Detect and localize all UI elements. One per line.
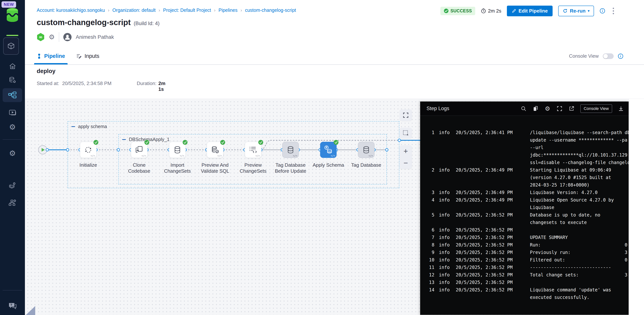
header-actions: SUCCESS 2m 2s Edit Pipeline Re-run ▾ [440, 5, 616, 16]
sidebar-item-default-settings[interactable] [0, 179, 25, 192]
zoom-out-button[interactable]: − [400, 157, 412, 169]
log-row: 5info20/5/2025, 2:36:52 PMDatabase is up… [420, 211, 629, 219]
graph-node-label: Tag DatabaseBefore Update [270, 162, 311, 174]
code-badge-icon: </> [91, 154, 95, 157]
info-icon[interactable] [600, 8, 605, 14]
more-options-button[interactable] [611, 7, 616, 15]
stage-summary: deploy Started at: 20/5/2025, 2:34:58 PM… [25, 65, 644, 99]
harness-dbops-logo[interactable] [6, 8, 18, 24]
success-check-icon [220, 140, 225, 145]
elapsed-time: 2m 2s [481, 8, 501, 14]
author-row: ∞ ⚙ Animesh Pathak [37, 32, 114, 42]
log-row: 12info20/5/2025, 2:36:52 PMTotal change … [420, 271, 629, 279]
console-view-cluster: Console View [569, 48, 624, 64]
duration-value: 2m 1s [158, 80, 166, 92]
canvas-zoom-controls: + − [400, 145, 412, 169]
graph-node-label: Tag Database [346, 162, 387, 168]
build-id: (Build Id: 4) [134, 20, 160, 26]
log-row: update --username ************* --pa [420, 136, 629, 144]
sidebar-item-account-resources[interactable] [0, 196, 25, 210]
log-row: changesets to execute [420, 219, 629, 226]
log-row: 3info20/5/2025, 2:36:49 PMLiquibase Vers… [420, 189, 629, 196]
breadcrumb-item[interactable]: Account: kurosakiichigo.songoku [37, 8, 105, 13]
success-check-icon [144, 140, 149, 145]
main-content: Account: kurosakiichigo.songoku›Organiza… [25, 0, 644, 315]
log-row: 6info20/5/2025, 2:36:52 PM [420, 226, 629, 234]
avatar [63, 33, 72, 41]
stage-name: deploy [37, 68, 56, 74]
log-row: 4info20/5/2025, 2:36:49 PMLiquibase Open… [420, 196, 629, 204]
breadcrumb-item[interactable]: Project: Default Project [163, 8, 211, 13]
sidebar-item-executions[interactable] [0, 106, 25, 120]
pipeline-graph-canvas[interactable]: apply schema DBSchemaApply_1 [25, 99, 644, 315]
success-check-icon [183, 140, 188, 145]
console-view-label: Console View [569, 53, 599, 59]
log-row: 8info20/5/2025, 2:36:52 PMRun: 0 [420, 241, 629, 249]
zoom-in-button[interactable]: + [400, 145, 412, 157]
tab-inputs[interactable]: Inputs [76, 48, 99, 64]
step-logs-panel: Step Logs ⚙ [420, 102, 629, 315]
graph-node-apply-schema[interactable]: </> [320, 142, 336, 158]
breadcrumb-separator: › [159, 8, 160, 13]
sidebar-item-databases[interactable] [0, 74, 25, 87]
pipeline-settings-gear-icon[interactable]: ⚙ [49, 34, 55, 40]
breadcrumb-item[interactable]: custom-changelog-script [245, 8, 296, 13]
page-title-row: custom-changelog-script (Build Id: 4) [37, 18, 160, 27]
chevron-down-icon: ▾ [588, 9, 590, 13]
sidebar-item-pipelines[interactable] [2, 88, 22, 102]
log-fullscreen-button[interactable] [556, 106, 563, 112]
tab-pipeline[interactable]: Pipeline [37, 48, 65, 64]
rerun-icon [563, 8, 568, 13]
page-title: custom-changelog-script [37, 18, 131, 27]
module-selector-button[interactable] [3, 38, 19, 55]
log-open-in-new-button[interactable] [568, 106, 575, 112]
log-row: executed successfully. [420, 294, 629, 301]
graph-node-label: PreviewChangeSets [232, 162, 274, 174]
help-button[interactable]: ? [0, 299, 25, 313]
log-copy-button[interactable] [532, 106, 539, 112]
log-row: 10info20/5/2025, 2:36:52 PMFiltered out:… [420, 256, 629, 264]
marquee-select-icon [403, 130, 409, 136]
console-view-toggle[interactable] [603, 53, 614, 59]
graph-node-tag-database[interactable]: </> [358, 142, 374, 158]
graph-node-import-changesets[interactable]: </> [169, 142, 186, 158]
graph-node-tag-database-before-update[interactable]: </> [282, 142, 299, 158]
external-link-icon [569, 106, 574, 112]
edit-pipeline-button[interactable]: Edit Pipeline [507, 6, 552, 16]
rerun-button[interactable]: Re-run ▾ [558, 6, 594, 16]
info-icon[interactable] [618, 53, 624, 59]
graph-node-initialize[interactable]: </> [80, 142, 96, 158]
log-row: 2024-03-25 17:08+0000) [420, 181, 629, 189]
canvas-select-button[interactable] [400, 128, 412, 138]
log-row: 13info20/5/2025, 2:36:52 PM [420, 279, 629, 286]
success-check-icon [258, 140, 263, 145]
status-badge: SUCCESS [440, 7, 476, 15]
step-logs-body[interactable]: 1info20/5/2025, 2:36:41 PM/liquibase/liq… [420, 116, 629, 315]
started-value: 20/5/2025, 2:34:58 PM [62, 80, 112, 86]
sidebar-item-project-settings[interactable]: ⚙ [0, 146, 25, 160]
fullscreen-icon [403, 112, 409, 118]
database-gear-icon [8, 76, 17, 85]
sidebar-item-settings[interactable]: ⚙ [0, 120, 25, 134]
graph-node-preview-changesets[interactable]: </> [245, 142, 261, 158]
clock-icon [481, 8, 486, 14]
new-badge: NEW [2, 1, 16, 8]
canvas-fullscreen-button[interactable] [400, 109, 412, 121]
search-icon [521, 106, 526, 112]
log-console-view-button[interactable]: Console View [580, 104, 612, 113]
breadcrumb-item[interactable]: Pipelines [218, 8, 237, 13]
log-settings-button[interactable]: ⚙ [544, 106, 551, 112]
log-row: 1info20/5/2025, 2:36:41 PM/liquibase/liq… [420, 129, 629, 136]
log-download-button[interactable] [618, 106, 624, 112]
tabs-row: Pipeline Inputs Console View [25, 48, 644, 65]
log-row: ssl=disable --changelog-file changelo [420, 159, 629, 166]
graph-node-preview-and-validate-sql[interactable]: </> [207, 142, 223, 158]
log-row: jdbc:*************ql://10.101.37.129 [420, 151, 629, 159]
code-badge-icon: </> [293, 154, 297, 157]
graph-node-clone-codebase[interactable]: </> [131, 142, 148, 158]
breadcrumb-item[interactable]: Organization: default [112, 8, 156, 13]
started-label: Started at: [37, 80, 59, 86]
sidebar-item-home[interactable] [0, 60, 25, 73]
log-search-button[interactable] [520, 106, 527, 112]
pipeline-icon [8, 91, 17, 99]
